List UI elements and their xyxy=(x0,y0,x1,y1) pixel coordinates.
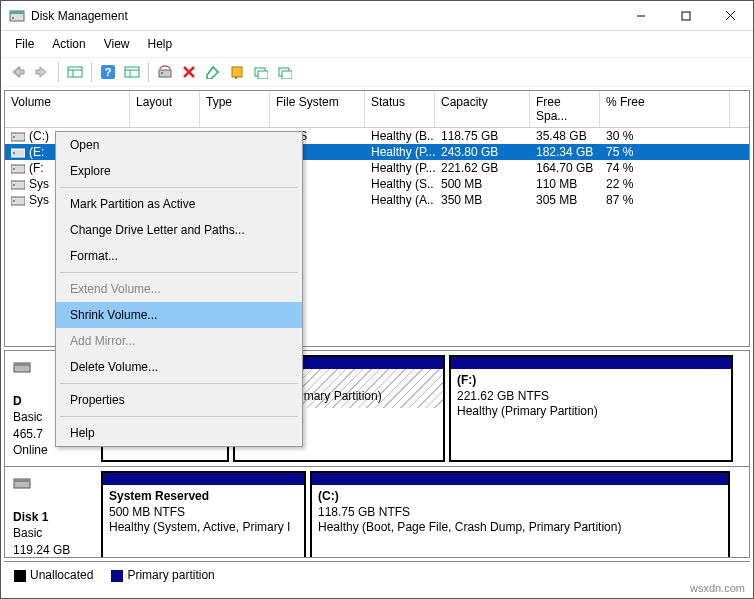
legend-primary: Primary partition xyxy=(111,568,214,582)
col-filesystem[interactable]: File System xyxy=(270,91,365,127)
menu-view[interactable]: View xyxy=(96,33,138,55)
context-item[interactable]: Delete Volume... xyxy=(56,354,302,380)
grid-header: Volume Layout Type File System Status Ca… xyxy=(5,91,749,128)
svg-rect-21 xyxy=(258,71,268,79)
context-item: Add Mirror... xyxy=(56,328,302,354)
settings-button[interactable] xyxy=(154,61,176,83)
svg-rect-37 xyxy=(14,479,30,482)
watermark: wsxdn.com xyxy=(690,582,745,594)
context-item[interactable]: Format... xyxy=(56,243,302,269)
disk-label: Disk 1Basic119.24 GBOnline xyxy=(9,471,97,558)
partition[interactable]: (C:)118.75 GB NTFSHealthy (Boot, Page Fi… xyxy=(310,471,730,558)
svg-point-16 xyxy=(161,72,163,74)
col-volume[interactable]: Volume xyxy=(5,91,130,127)
context-item[interactable]: Mark Partition as Active xyxy=(56,191,302,217)
menu-action[interactable]: Action xyxy=(44,33,93,55)
svg-rect-19 xyxy=(232,67,242,77)
col-pctfree[interactable]: % Free xyxy=(600,91,730,127)
svg-rect-23 xyxy=(282,71,292,79)
action-button-1[interactable] xyxy=(226,61,248,83)
context-item[interactable]: Properties xyxy=(56,387,302,413)
svg-rect-7 xyxy=(68,67,82,77)
menu-file[interactable]: File xyxy=(7,33,42,55)
svg-text:?: ? xyxy=(105,66,112,78)
context-item[interactable]: Open xyxy=(56,132,302,158)
partition[interactable]: System Reserved500 MB NTFSHealthy (Syste… xyxy=(101,471,306,558)
app-icon xyxy=(9,8,25,24)
svg-rect-15 xyxy=(159,70,171,77)
svg-point-31 xyxy=(13,184,15,186)
legend-unallocated: Unallocated xyxy=(14,568,93,582)
forward-button[interactable] xyxy=(31,61,53,83)
properties-button[interactable] xyxy=(202,61,224,83)
svg-point-29 xyxy=(13,168,15,170)
svg-rect-35 xyxy=(14,363,30,366)
svg-rect-4 xyxy=(682,12,690,20)
col-capacity[interactable]: Capacity xyxy=(435,91,530,127)
legend: Unallocated Primary partition xyxy=(4,561,750,588)
back-button[interactable] xyxy=(7,61,29,83)
minimize-button[interactable] xyxy=(618,1,663,30)
menu-help[interactable]: Help xyxy=(140,33,181,55)
help-button[interactable]: ? xyxy=(97,61,119,83)
context-item[interactable]: Change Drive Letter and Paths... xyxy=(56,217,302,243)
action-button-3[interactable] xyxy=(274,61,296,83)
context-item[interactable]: Explore xyxy=(56,158,302,184)
context-item[interactable]: Help xyxy=(56,420,302,446)
col-status[interactable]: Status xyxy=(365,91,435,127)
toolbar: ? xyxy=(1,57,753,87)
svg-point-25 xyxy=(13,136,15,138)
action-button-2[interactable] xyxy=(250,61,272,83)
context-menu: OpenExploreMark Partition as ActiveChang… xyxy=(55,131,303,447)
delete-button[interactable] xyxy=(178,61,200,83)
svg-point-2 xyxy=(12,17,14,19)
context-item: Extend Volume... xyxy=(56,276,302,302)
window-title: Disk Management xyxy=(31,9,618,23)
partition[interactable]: (F:)221.62 GB NTFSHealthy (Primary Parti… xyxy=(449,355,733,462)
col-type[interactable]: Type xyxy=(200,91,270,127)
svg-rect-1 xyxy=(10,11,24,14)
refresh-button[interactable] xyxy=(121,61,143,83)
titlebar: Disk Management xyxy=(1,1,753,31)
context-item[interactable]: Shrink Volume... xyxy=(56,302,302,328)
close-button[interactable] xyxy=(708,1,753,30)
svg-point-33 xyxy=(13,200,15,202)
menubar: File Action View Help xyxy=(1,31,753,57)
col-layout[interactable]: Layout xyxy=(130,91,200,127)
col-freespace[interactable]: Free Spa... xyxy=(530,91,600,127)
show-hide-tree-button[interactable] xyxy=(64,61,86,83)
svg-point-27 xyxy=(13,152,15,154)
maximize-button[interactable] xyxy=(663,1,708,30)
svg-rect-12 xyxy=(125,67,139,77)
disk-row: Disk 1Basic119.24 GBOnlineSystem Reserve… xyxy=(5,467,749,558)
